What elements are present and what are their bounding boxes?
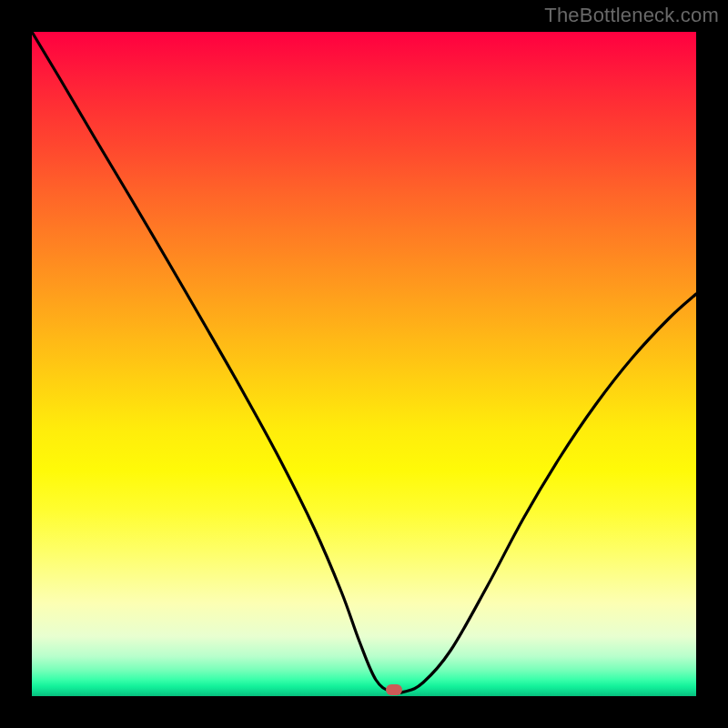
chart-frame: TheBottleneck.com bbox=[0, 0, 728, 728]
plot-area bbox=[32, 32, 696, 696]
bottleneck-curve bbox=[32, 32, 696, 696]
minimum-marker bbox=[386, 684, 402, 695]
watermark-text: TheBottleneck.com bbox=[544, 4, 719, 27]
